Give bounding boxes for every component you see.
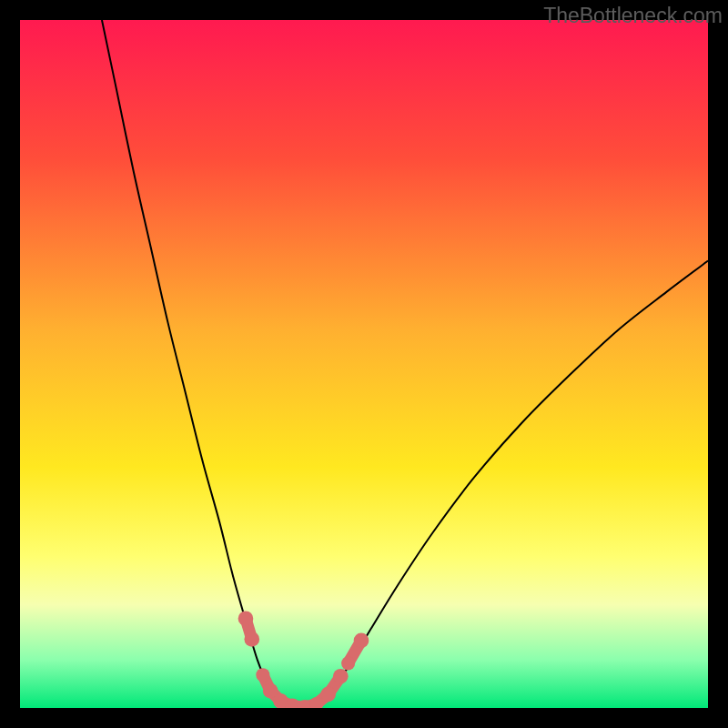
marker-dot bbox=[341, 656, 355, 670]
marker-dot bbox=[333, 669, 349, 684]
marker-dot bbox=[256, 668, 269, 682]
marker-dot bbox=[354, 633, 369, 649]
marker-dot bbox=[238, 611, 254, 626]
bottleneck-curve-chart bbox=[20, 20, 708, 708]
marker-dot bbox=[244, 632, 259, 647]
watermark-text: TheBottleneck.com bbox=[543, 4, 723, 28]
marker-dot bbox=[320, 687, 336, 703]
chart-frame bbox=[20, 20, 708, 708]
